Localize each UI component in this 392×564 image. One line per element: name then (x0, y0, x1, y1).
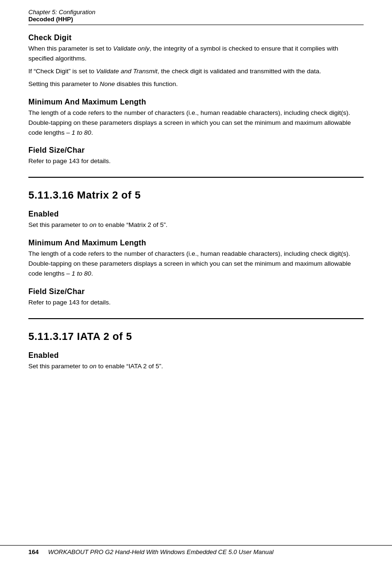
section-heading-medium-6: Field Size/Char (28, 146, 364, 155)
section-heading-medium-14: Field Size/Char (28, 287, 364, 296)
body-text-11: Set this parameter to on to enable “Matr… (28, 220, 364, 230)
body-text-1: When this parameter is set to Validate o… (28, 44, 364, 64)
section-divider-16 (28, 318, 364, 319)
page-header: Chapter 5: Configuration Decoded (HHP) (28, 9, 364, 25)
section-heading-medium-18: Enabled (28, 351, 364, 360)
footer-text: WORKABOUT PRO G2 Hand-Held With Windows … (48, 548, 274, 555)
page-container: Chapter 5: Configuration Decoded (HHP) C… (0, 0, 392, 393)
body-text-3: Setting this parameter to None disables … (28, 79, 364, 89)
section-heading-medium-0: Check Digit (28, 34, 364, 42)
body-text-15: Refer to page 143 for details. (28, 298, 364, 308)
section-divider-8 (28, 177, 364, 178)
body-text-19: Set this parameter to on to enable “IATA… (28, 362, 364, 372)
body-text-7: Refer to page 143 for details. (28, 156, 364, 166)
body-text-5: The length of a code refers to the numbe… (28, 108, 364, 138)
page-footer: 164 WORKABOUT PRO G2 Hand-Held With Wind… (0, 545, 392, 555)
header-chapter: Chapter 5: Configuration (28, 9, 364, 16)
body-text-13: The length of a code refers to the numbe… (28, 249, 364, 279)
footer-page-number: 164 (28, 548, 39, 555)
num-section-title-17: 5.11.3.17 IATA 2 of 5 (28, 330, 364, 343)
section-heading-medium-12: Minimum And Maximum Length (28, 239, 364, 247)
section-heading-medium-4: Minimum And Maximum Length (28, 98, 364, 106)
num-section-title-9: 5.11.3.16 Matrix 2 of 5 (28, 189, 364, 201)
section-heading-medium-10: Enabled (28, 210, 364, 218)
body-text-2: If “Check Digit” is set to Validate and … (28, 67, 364, 77)
header-section: Decoded (HHP) (28, 16, 364, 23)
main-content: Check DigitWhen this parameter is set to… (28, 34, 364, 372)
